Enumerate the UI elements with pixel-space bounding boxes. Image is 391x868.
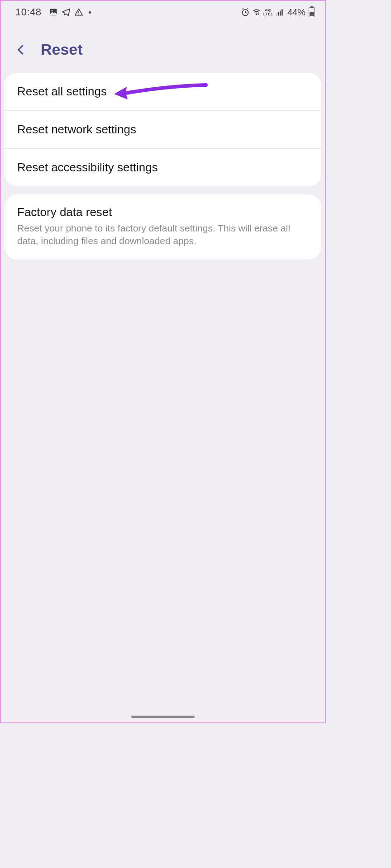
header: Reset — [1, 23, 325, 71]
list-item-title: Reset network settings — [17, 123, 309, 137]
svg-rect-7 — [278, 12, 279, 16]
status-right: Vo))LTE1 44% — [241, 7, 315, 18]
list-item-title: Reset all settings — [17, 85, 309, 99]
svg-rect-6 — [276, 14, 277, 15]
status-time: 10:48 — [15, 6, 42, 18]
factory-reset-group: Factory data reset Reset your phone to i… — [5, 194, 321, 259]
battery-percent: 44% — [287, 7, 305, 18]
svg-point-1 — [51, 10, 52, 11]
reset-options-group: Reset all settings Reset network setting… — [5, 73, 321, 186]
alarm-icon — [241, 8, 250, 17]
status-notification-icons — [49, 8, 91, 17]
page-title: Reset — [41, 41, 83, 58]
navigation-handle[interactable] — [131, 716, 195, 718]
image-icon — [49, 8, 58, 17]
more-notifications-dot-icon — [89, 11, 91, 14]
reset-network-settings-item[interactable]: Reset network settings — [5, 111, 321, 149]
signal-icon — [275, 8, 284, 17]
svg-rect-9 — [281, 9, 283, 15]
back-icon[interactable] — [14, 43, 28, 57]
svg-point-3 — [78, 14, 79, 14]
status-left: 10:48 — [15, 6, 91, 18]
svg-point-5 — [256, 14, 257, 15]
svg-rect-8 — [280, 11, 281, 16]
factory-data-reset-item[interactable]: Factory data reset Reset your phone to i… — [5, 194, 321, 259]
list-item-title: Factory data reset — [17, 205, 309, 219]
reset-accessibility-settings-item[interactable]: Reset accessibility settings — [5, 149, 321, 186]
reset-all-settings-item[interactable]: Reset all settings — [5, 73, 321, 111]
telegram-icon — [62, 8, 71, 17]
status-bar: 10:48 Vo))LTE1 44% — [1, 1, 325, 23]
wifi-icon — [252, 8, 261, 17]
list-item-description: Reset your phone to its factory default … — [17, 222, 309, 248]
volte-icon: Vo))LTE1 — [263, 8, 273, 16]
battery-icon — [309, 7, 315, 17]
warning-triangle-icon — [74, 8, 83, 17]
list-item-title: Reset accessibility settings — [17, 160, 309, 175]
